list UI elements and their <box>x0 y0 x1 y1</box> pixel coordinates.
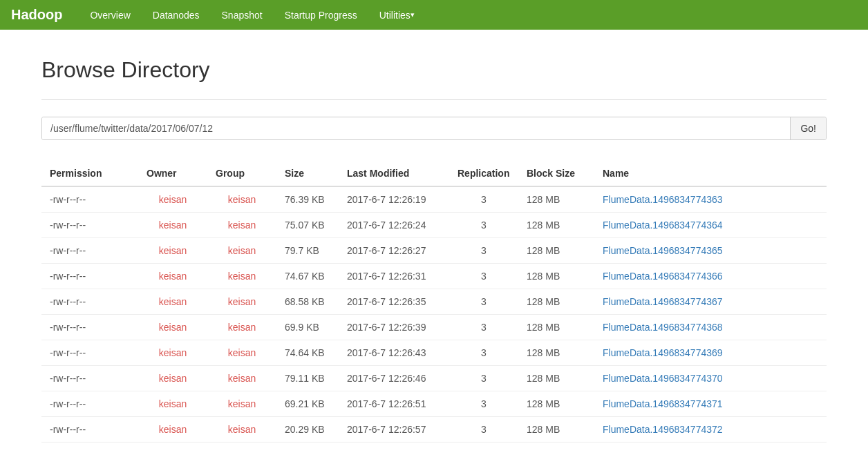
cell-permission: -rw-r--r-- <box>41 186 138 213</box>
cell-replication: 3 <box>449 213 518 238</box>
cell-size: 69.21 KB <box>276 391 339 417</box>
cell-owner: keisan <box>138 186 207 213</box>
divider <box>41 99 827 100</box>
navbar-brand[interactable]: Hadoop <box>11 7 62 23</box>
cell-replication: 3 <box>449 289 518 315</box>
file-link[interactable]: FlumeData.1496834774367 <box>603 296 723 307</box>
cell-blocksize: 128 MB <box>518 186 594 213</box>
table-body: -rw-r--r--keisankeisan76.39 KB2017-6-7 1… <box>41 186 827 443</box>
search-bar: Go! <box>41 117 827 140</box>
cell-replication: 3 <box>449 238 518 264</box>
cell-lastmod: 2017-6-7 12:26:24 <box>339 213 449 238</box>
nav-link-overview[interactable]: Overview <box>79 0 141 30</box>
file-link[interactable]: FlumeData.1496834774371 <box>603 398 723 409</box>
cell-replication: 3 <box>449 366 518 391</box>
cell-owner: keisan <box>138 366 207 391</box>
cell-replication: 3 <box>449 391 518 417</box>
file-link[interactable]: FlumeData.1496834774368 <box>603 322 723 333</box>
cell-name: FlumeData.1496834774371 <box>594 391 827 417</box>
cell-replication: 3 <box>449 264 518 289</box>
cell-lastmod: 2017-6-7 12:26:46 <box>339 366 449 391</box>
file-link[interactable]: FlumeData.1496834774366 <box>603 271 723 282</box>
table-row: -rw-r--r--keisankeisan69.9 KB2017-6-7 12… <box>41 315 827 340</box>
cell-group: keisan <box>207 264 276 289</box>
cell-owner: keisan <box>138 264 207 289</box>
file-link[interactable]: FlumeData.1496834774370 <box>603 373 723 384</box>
table-row: -rw-r--r--keisankeisan75.07 KB2017-6-7 1… <box>41 213 827 238</box>
cell-blocksize: 128 MB <box>518 238 594 264</box>
cell-name: FlumeData.1496834774365 <box>594 238 827 264</box>
cell-group: keisan <box>207 340 276 366</box>
cell-blocksize: 128 MB <box>518 264 594 289</box>
cell-replication: 3 <box>449 340 518 366</box>
table-row: -rw-r--r--keisankeisan74.67 KB2017-6-7 1… <box>41 264 827 289</box>
col-header-replication: Replication <box>449 161 518 186</box>
cell-replication: 3 <box>449 315 518 340</box>
file-link[interactable]: FlumeData.1496834774369 <box>603 347 723 358</box>
cell-name: FlumeData.1496834774369 <box>594 340 827 366</box>
table-row: -rw-r--r--keisankeisan76.39 KB2017-6-7 1… <box>41 186 827 213</box>
file-link[interactable]: FlumeData.1496834774365 <box>603 245 723 256</box>
cell-owner: keisan <box>138 417 207 443</box>
cell-group: keisan <box>207 289 276 315</box>
page-title: Browse Directory <box>41 57 827 83</box>
cell-size: 69.9 KB <box>276 315 339 340</box>
cell-permission: -rw-r--r-- <box>41 264 138 289</box>
cell-permission: -rw-r--r-- <box>41 417 138 443</box>
cell-owner: keisan <box>138 315 207 340</box>
col-header-owner: Owner <box>138 161 207 186</box>
navbar-links: Overview Datanodes Snapshot Startup Prog… <box>79 0 425 30</box>
col-header-name: Name <box>594 161 827 186</box>
nav-link-startup-progress[interactable]: Startup Progress <box>274 0 368 30</box>
cell-lastmod: 2017-6-7 12:26:27 <box>339 238 449 264</box>
cell-size: 75.07 KB <box>276 213 339 238</box>
nav-link-utilities[interactable]: Utilities <box>368 0 426 30</box>
table-row: -rw-r--r--keisankeisan79.7 KB2017-6-7 12… <box>41 238 827 264</box>
cell-blocksize: 128 MB <box>518 366 594 391</box>
cell-name: FlumeData.1496834774363 <box>594 186 827 213</box>
cell-size: 79.11 KB <box>276 366 339 391</box>
cell-lastmod: 2017-6-7 12:26:51 <box>339 391 449 417</box>
cell-lastmod: 2017-6-7 12:26:57 <box>339 417 449 443</box>
navbar: Hadoop Overview Datanodes Snapshot Start… <box>0 0 868 30</box>
cell-lastmod: 2017-6-7 12:26:31 <box>339 264 449 289</box>
table-row: -rw-r--r--keisankeisan69.21 KB2017-6-7 1… <box>41 391 827 417</box>
col-header-group: Group <box>207 161 276 186</box>
file-link[interactable]: FlumeData.1496834774364 <box>603 220 723 231</box>
col-header-blocksize: Block Size <box>518 161 594 186</box>
cell-blocksize: 128 MB <box>518 417 594 443</box>
path-input[interactable] <box>42 117 790 139</box>
file-link[interactable]: FlumeData.1496834774372 <box>603 424 723 435</box>
file-link[interactable]: FlumeData.1496834774363 <box>603 194 723 205</box>
cell-owner: keisan <box>138 391 207 417</box>
table-row: -rw-r--r--keisankeisan79.11 KB2017-6-7 1… <box>41 366 827 391</box>
cell-group: keisan <box>207 315 276 340</box>
cell-size: 20.29 KB <box>276 417 339 443</box>
cell-permission: -rw-r--r-- <box>41 213 138 238</box>
table-row: -rw-r--r--keisankeisan20.29 KB2017-6-7 1… <box>41 417 827 443</box>
cell-owner: keisan <box>138 238 207 264</box>
cell-group: keisan <box>207 238 276 264</box>
nav-link-datanodes[interactable]: Datanodes <box>142 0 211 30</box>
cell-permission: -rw-r--r-- <box>41 340 138 366</box>
cell-group: keisan <box>207 186 276 213</box>
cell-lastmod: 2017-6-7 12:26:43 <box>339 340 449 366</box>
cell-lastmod: 2017-6-7 12:26:35 <box>339 289 449 315</box>
cell-blocksize: 128 MB <box>518 315 594 340</box>
table-row: -rw-r--r--keisankeisan68.58 KB2017-6-7 1… <box>41 289 827 315</box>
cell-name: FlumeData.1496834774364 <box>594 213 827 238</box>
go-button[interactable]: Go! <box>790 117 826 139</box>
cell-group: keisan <box>207 417 276 443</box>
cell-permission: -rw-r--r-- <box>41 315 138 340</box>
table-row: -rw-r--r--keisankeisan74.64 KB2017-6-7 1… <box>41 340 827 366</box>
cell-name: FlumeData.1496834774368 <box>594 315 827 340</box>
cell-name: FlumeData.1496834774366 <box>594 264 827 289</box>
cell-lastmod: 2017-6-7 12:26:19 <box>339 186 449 213</box>
nav-link-snapshot[interactable]: Snapshot <box>211 0 274 30</box>
cell-lastmod: 2017-6-7 12:26:39 <box>339 315 449 340</box>
cell-name: FlumeData.1496834774372 <box>594 417 827 443</box>
cell-blocksize: 128 MB <box>518 289 594 315</box>
cell-name: FlumeData.1496834774370 <box>594 366 827 391</box>
cell-owner: keisan <box>138 340 207 366</box>
cell-size: 79.7 KB <box>276 238 339 264</box>
